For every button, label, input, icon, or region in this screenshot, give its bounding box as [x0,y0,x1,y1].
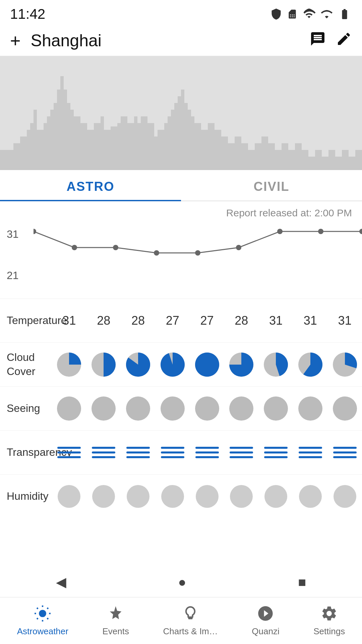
back-button[interactable]: ◀ [56,574,66,590]
seeing-cells [52,387,362,430]
events-icon [107,605,124,624]
humidity-cell [86,475,121,518]
humidity-cell [190,475,224,518]
temperature-cell: 31 [259,299,293,342]
chart-y-min: 21 [7,269,19,282]
sim-icon [287,8,298,20]
svg-line-28 [47,608,48,609]
seeing-cell [327,387,362,430]
nav-item-astroweather[interactable]: Astroweather [10,601,75,640]
seeing-cell [224,387,259,430]
astroweather-icon [34,605,51,624]
transparency-cells [52,431,362,474]
settings-icon [320,605,338,624]
cloud-cover-cell [155,343,190,386]
seeing-cell [121,387,156,430]
nav-label-astroweather: Astroweather [17,626,68,637]
nav-label-quanzi: Quanzi [252,626,279,637]
humidity-label: Humidity [0,484,52,509]
chat-icon[interactable] [310,31,326,50]
chart-y-max: 31 [7,228,19,240]
data-table: Temperature 312828272728313131 Cloud Cov… [0,299,362,518]
svg-point-20 [39,610,47,617]
status-icons [270,8,352,20]
humidity-cell [52,475,86,518]
top-bar-actions [310,31,352,50]
transparency-cell [259,431,293,474]
tab-civil[interactable]: CIVIL [181,170,362,201]
shield-icon [270,8,282,20]
svg-point-8 [277,229,283,234]
transparency-cell [224,431,259,474]
transparency-cell [190,431,224,474]
svg-point-7 [236,245,241,250]
cloud-cover-row: Cloud Cover [0,342,362,386]
signal-icon [320,8,333,20]
wifi-icon [302,8,316,20]
seeing-label: Seeing [0,396,52,421]
transparency-cell [52,431,86,474]
nav-label-events: Events [102,626,129,637]
svg-point-6 [195,250,200,256]
humidity-row: Humidity [0,474,362,518]
seeing-cell [293,387,327,430]
humidity-cell [224,475,259,518]
svg-point-4 [113,245,118,250]
charts-icon [182,605,199,624]
cloud-cover-cell [293,343,327,386]
transparency-cell [86,431,121,474]
seeing-cell [190,387,224,430]
svg-line-27 [37,618,38,619]
edit-icon[interactable] [336,31,352,50]
status-time: 11:42 [10,6,45,22]
temperature-cell: 31 [52,299,86,342]
tabs: ASTRO CIVIL [0,170,362,201]
nav-item-events[interactable]: Events [96,601,136,640]
add-button[interactable]: + [10,30,21,51]
temperature-cells: 312828272728313131 [52,299,362,342]
temperature-chart [34,225,362,292]
svg-point-10 [359,229,362,234]
nav-item-quanzi[interactable]: Quanzi [245,601,286,640]
temperature-cell: 31 [293,299,327,342]
tab-astro[interactable]: ASTRO [0,170,181,201]
transparency-cell [121,431,156,474]
nav-item-charts[interactable]: Charts & Im… [157,601,225,640]
system-nav: ◀ ● ■ [0,567,362,597]
seeing-cell [86,387,121,430]
transparency-label: Transparency [0,440,52,465]
cloud-cover-cell [327,343,362,386]
svg-line-24 [47,618,48,619]
home-button[interactable]: ● [178,575,186,590]
page-title: Shanghai [31,31,310,50]
cloud-cover-cell [259,343,293,386]
recent-button[interactable]: ■ [298,575,306,590]
svg-point-2 [34,229,36,234]
seeing-row: Seeing [0,386,362,430]
svg-point-5 [154,250,159,256]
battery-icon [337,8,352,20]
cloud-cover-cells [52,343,362,386]
cloud-cover-cell [121,343,156,386]
status-bar: 11:42 [0,0,362,25]
humidity-cell [155,475,190,518]
humidity-cell [293,475,327,518]
seeing-cell [155,387,190,430]
humidity-cell [121,475,156,518]
nav-item-settings[interactable]: Settings [307,601,352,640]
temperature-cell: 27 [190,299,224,342]
bottom-nav: Astroweather Events Charts & Im… Quanzi … [0,597,362,644]
cloud-cover-cell [86,343,121,386]
temperature-row: Temperature 312828272728313131 [0,299,362,342]
humidity-cell [259,475,293,518]
temperature-cell: 28 [224,299,259,342]
seeing-cell [259,387,293,430]
report-info: Report released at: 2:00 PM [0,201,362,225]
temperature-cell: 31 [327,299,362,342]
skyline-banner [0,56,362,170]
quanzi-icon [257,605,274,624]
svg-point-9 [318,229,323,234]
cloud-cover-cell [224,343,259,386]
chart-area: 31 21 [0,225,362,299]
transparency-cell [155,431,190,474]
